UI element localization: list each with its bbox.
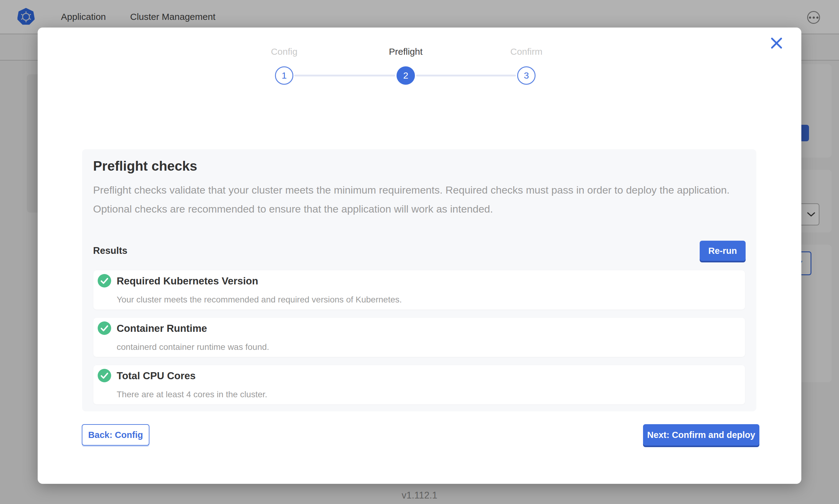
step-circle-confirm[interactable]: 3 <box>517 66 535 85</box>
check-title: Total CPU Cores <box>117 370 196 382</box>
step-circle-preflight[interactable]: 2 <box>396 66 415 85</box>
check-row-cpu-cores: Total CPU Cores There are at least 4 cor… <box>93 365 745 404</box>
check-title: Container Runtime <box>117 323 207 334</box>
step-connector <box>294 75 395 76</box>
step-circle-config[interactable]: 1 <box>275 66 293 85</box>
step-connector <box>416 75 516 76</box>
back-config-button[interactable]: Back: Config <box>82 424 150 446</box>
results-row: Results Re-run <box>93 240 746 261</box>
check-pass-icon <box>98 274 111 287</box>
check-row-container-runtime: Container Runtime containerd container r… <box>93 318 745 357</box>
check-results-list: Required Kubernetes Version Your cluster… <box>93 270 745 413</box>
preflight-modal: Config Preflight Confirm 1 2 3 Preflight… <box>38 28 801 484</box>
next-confirm-deploy-button[interactable]: Next: Confirm and deploy <box>643 424 759 446</box>
check-pass-icon <box>98 369 111 382</box>
step-label-preflight: Preflight <box>360 47 452 57</box>
step-label-confirm: Confirm <box>480 47 572 57</box>
check-description: containerd container runtime was found. <box>117 342 269 352</box>
rerun-button[interactable]: Re-run <box>700 241 746 261</box>
results-heading: Results <box>93 245 127 256</box>
check-pass-icon <box>98 321 111 335</box>
preflight-panel: Preflight checks Preflight checks valida… <box>82 149 756 411</box>
check-title: Required Kubernetes Version <box>117 275 258 287</box>
check-row-kubernetes-version: Required Kubernetes Version Your cluster… <box>93 270 745 309</box>
close-icon[interactable] <box>770 36 784 50</box>
check-description: There are at least 4 cores in the cluste… <box>117 390 267 399</box>
page-title: Preflight checks <box>93 158 197 174</box>
preflight-description: Preflight checks validate that your clus… <box>93 180 743 218</box>
step-label-config: Config <box>238 47 330 57</box>
check-description: Your cluster meets the recommended and r… <box>117 295 402 305</box>
